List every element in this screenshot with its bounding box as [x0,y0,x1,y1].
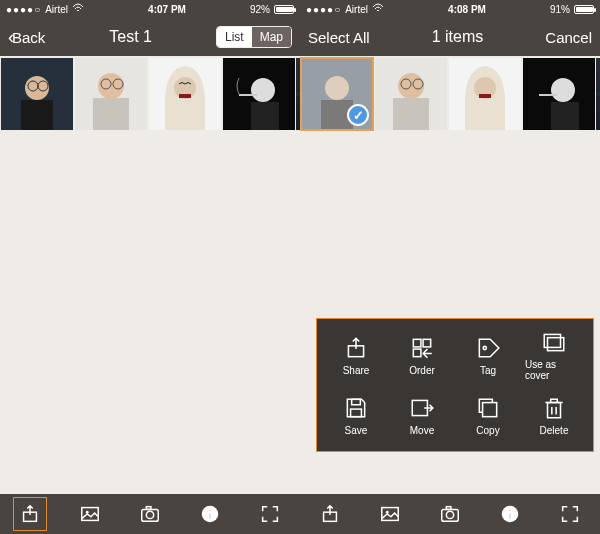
svg-rect-48 [548,338,564,351]
svg-point-39 [551,78,575,102]
right-screen: ●●●●○ Airtel 4:08 PM 91% Select All 1 it… [300,0,600,534]
svg-rect-12 [179,94,191,98]
svg-rect-26 [209,513,211,519]
thumbnail[interactable] [375,58,447,130]
svg-rect-53 [483,402,497,416]
status-bar: ●●●●○ Airtel 4:07 PM 92% [0,0,300,18]
action-label: Use as cover [525,359,583,381]
svg-point-28 [325,76,349,100]
svg-rect-51 [351,409,362,417]
back-button[interactable]: ‹ Back [8,27,45,48]
battery-percent: 91% [550,4,570,15]
carrier-label: Airtel [45,4,68,15]
page-title: Test 1 [51,28,210,46]
signal-dots-icon: ●●●●○ [6,4,41,15]
back-label: Back [12,29,45,46]
svg-point-25 [209,509,211,511]
thumbnail[interactable] [1,58,73,130]
view-toggle[interactable]: List Map [216,26,292,48]
status-bar: ●●●●○ Airtel 4:08 PM 91% [300,0,600,18]
battery-icon [574,5,594,14]
action-label: Move [410,425,434,436]
action-label: Order [409,365,435,376]
share-button[interactable] [13,497,47,531]
gallery-button[interactable] [373,497,407,531]
battery-percent: 92% [250,4,270,15]
nav-bar: Select All 1 items Cancel [300,18,600,56]
camera-button[interactable] [133,497,167,531]
thumbnail[interactable] [523,58,595,130]
battery-icon [274,5,294,14]
content-area [0,132,300,494]
svg-point-22 [146,511,153,518]
thumbnail[interactable] [75,58,147,130]
action-popup: Share Order Tag Use as cover Save [316,318,594,452]
svg-rect-32 [393,98,429,130]
gallery-button[interactable] [73,497,107,531]
svg-point-59 [446,511,453,518]
action-delete[interactable]: Delete [525,387,583,443]
action-share[interactable]: Share [327,327,385,383]
action-cover[interactable]: Use as cover [525,327,583,383]
svg-rect-42 [596,92,600,96]
thumbnail[interactable] [449,58,521,130]
action-save[interactable]: Save [327,387,385,443]
trash-icon [541,395,567,421]
selection-count: 1 items [376,28,540,46]
signal-dots-icon: ●●●●○ [306,4,341,15]
svg-rect-2 [21,100,53,130]
thumbnail[interactable] [596,58,600,130]
svg-rect-41 [539,94,557,96]
svg-rect-50 [352,399,361,404]
action-order[interactable]: Order [393,327,451,383]
action-label: Tag [480,365,496,376]
svg-point-62 [509,509,511,511]
carrier-label: Airtel [345,4,368,15]
share-button[interactable] [313,497,347,531]
svg-rect-23 [146,507,151,510]
seg-map[interactable]: Map [252,27,291,47]
thumbnail-strip[interactable] [0,56,300,132]
bottom-toolbar [0,494,300,534]
cancel-button[interactable]: Cancel [545,29,592,46]
camera-button[interactable] [433,497,467,531]
action-label: Share [343,365,370,376]
bottom-toolbar [300,494,600,534]
copy-icon [475,395,501,421]
info-button[interactable] [493,497,527,531]
svg-rect-54 [548,402,561,417]
action-tag[interactable]: Tag [459,327,517,383]
seg-list[interactable]: List [217,27,252,47]
action-label: Copy [476,425,499,436]
fullscreen-button[interactable] [553,497,587,531]
svg-rect-44 [413,339,421,347]
thumbnail[interactable] [149,58,221,130]
checkmark-icon: ✓ [347,104,369,126]
svg-point-14 [251,78,275,102]
tag-icon [475,335,501,361]
content-area: Share Order Tag Use as cover Save [300,132,600,494]
move-icon [409,395,435,421]
wifi-icon [372,3,384,15]
fullscreen-button[interactable] [253,497,287,531]
thumbnail[interactable] [223,58,295,130]
action-label: Save [345,425,368,436]
svg-rect-40 [551,102,579,130]
action-move[interactable]: Move [393,387,451,443]
cover-icon [541,329,567,355]
select-all-button[interactable]: Select All [308,29,370,46]
status-time: 4:07 PM [88,4,246,15]
svg-rect-60 [446,507,451,510]
svg-rect-46 [413,349,421,357]
svg-rect-37 [479,94,491,98]
grid-icon [409,335,435,361]
svg-rect-49 [544,334,560,347]
info-button[interactable] [193,497,227,531]
thumbnail-selected[interactable]: ✓ [301,58,373,130]
action-label: Delete [540,425,569,436]
action-copy[interactable]: Copy [459,387,517,443]
status-time: 4:08 PM [388,4,546,15]
svg-rect-7 [93,98,129,130]
nav-bar: ‹ Back Test 1 List Map [0,18,300,56]
thumbnail-strip[interactable]: ✓ [300,56,600,132]
